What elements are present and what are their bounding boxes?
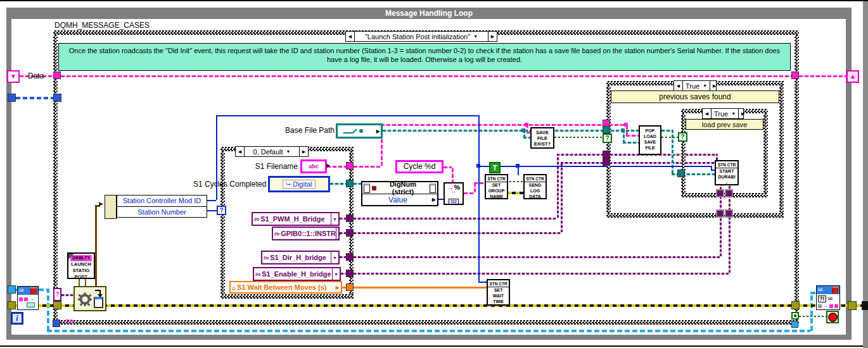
stop-terminal[interactable] <box>826 311 839 323</box>
wire-io-gpib <box>561 162 715 164</box>
wire-filename <box>354 166 381 168</box>
case-prev-icon[interactable]: ◀ <box>703 109 711 118</box>
load-case-border <box>763 113 768 193</box>
io-icon: I/o <box>254 272 262 277</box>
subvi-send-log-data[interactable]: STN CTR SEND LOG DATA <box>523 174 547 199</box>
wire-data <box>61 75 791 77</box>
ref-label[interactable]: Digital <box>293 180 312 188</box>
wire-bool <box>661 137 678 138</box>
window-edge-top <box>0 0 868 1</box>
loop-title: Message Handling Loop <box>385 9 473 18</box>
subvi-set-wait-time[interactable]: STN CTR SET WAIT TIME <box>487 279 510 306</box>
wire-queue <box>810 292 813 331</box>
cube-icon <box>832 287 838 294</box>
wire-station-number <box>207 210 217 211</box>
wire-io-pwm <box>354 218 557 220</box>
tunnel-io <box>603 158 610 166</box>
io-constant-dir[interactable]: I/o S1_Dir_H_bridge ▼ <box>261 251 340 264</box>
tunnel-queue <box>8 285 16 294</box>
case-border-bottom <box>53 320 799 325</box>
unbundle-field[interactable]: Station Controller Mod ID <box>117 195 207 207</box>
msg-icon <box>24 297 28 301</box>
io-constant-pwm[interactable]: I/o S1_PWM_H_Bridge ▼ <box>252 212 340 226</box>
format-into-string-node[interactable]: →% ! ! I32 <box>444 182 464 205</box>
io-constant-enable[interactable]: I/o S1_Enable_H_bridge ▼ <box>253 267 341 281</box>
io-label[interactable]: S1_PWM_H_Bridge <box>260 215 324 223</box>
ref-corner-icon <box>430 183 436 193</box>
inner-case-selector[interactable]: ◀ 0, Default▼ ▶ <box>235 146 309 157</box>
chevron-down-icon[interactable]: ▼ <box>331 213 338 225</box>
chevron-down-icon[interactable]: ▼ <box>703 84 707 88</box>
wire-wait-time <box>354 287 487 289</box>
data-wire-label: Data <box>28 71 44 80</box>
case-next-icon[interactable]: ▶ <box>300 147 308 156</box>
wire-junction <box>624 123 628 127</box>
local-variable-label[interactable]: S1 Wait Between Moves (s) <box>237 283 326 291</box>
tunnel-io-pair <box>725 209 733 218</box>
io-icon: I/o <box>253 217 260 221</box>
case-next-icon[interactable]: ▶ <box>488 32 497 41</box>
wire-value <box>438 199 444 200</box>
io-constant-gpib[interactable]: I/o GPIB0::1::INSTR ▼ <box>272 227 340 240</box>
window-edge-bottom <box>0 345 863 347</box>
case-selector-label[interactable]: "Launch Station Post initialization" <box>365 33 470 40</box>
subvi-gear-handler[interactable] <box>73 286 106 311</box>
chevron-down-icon[interactable]: ▼ <box>331 252 338 263</box>
inner-case-selector-label[interactable]: 0, Default <box>253 148 283 156</box>
subvi-launch-station-post[interactable]: DRBLTY LAUNCH STATIO POST <box>67 252 95 279</box>
tunnel-io <box>603 151 610 158</box>
wire-junction <box>525 123 528 127</box>
chevron-down-icon[interactable]: ▼ <box>286 149 291 154</box>
save-case-border <box>606 213 784 218</box>
true-constant[interactable]: T <box>489 162 501 173</box>
property-node[interactable]: DigNum (strict) Value ▶ <box>361 181 438 206</box>
dequeue-message-node[interactable]: ✉ → <box>17 286 39 310</box>
cycles-ref-control[interactable]: ↪Digital <box>268 176 330 192</box>
load-case-selector[interactable]: ◀ True▼ ▶ <box>702 108 744 119</box>
chevron-down-icon[interactable]: ▼ <box>336 228 343 239</box>
save-case-selector[interactable]: ◀ True▼ ▶ <box>673 80 717 91</box>
cycle-format-constant[interactable]: Cycle %d <box>395 160 444 173</box>
subvi-start-durability[interactable]: STN CTR START DURABI - <box>715 160 739 185</box>
case-prev-icon[interactable]: ◀ <box>346 32 354 41</box>
wire-path <box>623 142 639 144</box>
save-case-selector-label[interactable]: True <box>686 82 699 90</box>
load-case-selector-label[interactable]: True <box>714 110 728 118</box>
wire-format <box>452 166 454 183</box>
local-variable-wait[interactable]: ⌂ S1 Wait Between Moves (s) ▶ <box>229 281 342 294</box>
envelope-icon: ✉ <box>19 288 24 294</box>
case-selector[interactable]: ◀ "Launch Station Post initialization"▼ … <box>345 31 497 42</box>
chevron-down-icon[interactable]: ▼ <box>731 111 736 116</box>
tunnel-io <box>346 229 354 237</box>
case-prev-icon[interactable]: ◀ <box>236 147 244 156</box>
tunnel-path <box>603 126 610 134</box>
subvi-save-file-exist[interactable]: SAVE FILE EXIST? <box>530 127 554 149</box>
case-prev-icon[interactable]: ◀ <box>674 81 682 90</box>
wire-filename <box>381 124 626 126</box>
tunnel-data <box>53 71 61 79</box>
tunnel-ref <box>346 180 354 187</box>
wire-queue <box>810 292 816 294</box>
wire-io-gpib <box>561 162 563 232</box>
property-node-class[interactable]: DigNum (strict) <box>378 180 428 196</box>
filename-string-control[interactable]: abc <box>300 159 327 173</box>
base-file-path-control[interactable]: ▶ <box>336 123 383 139</box>
case-next-icon[interactable]: ▶ <box>739 109 747 118</box>
unbundle-node[interactable]: Station Controller Mod ID Station Number <box>105 195 207 218</box>
chevron-down-icon[interactable]: ▼ <box>332 268 340 280</box>
unbundle-field[interactable]: Station Number <box>117 207 207 218</box>
dogear-icon <box>68 254 74 259</box>
io-label[interactable]: S1_Dir_H_bridge <box>270 254 326 261</box>
warn-icon: ! ! <box>445 191 463 194</box>
check-module-error-node[interactable]: ✉ ?! ✉ → <box>816 285 840 310</box>
subvi-set-group-name[interactable]: STN CTR SET GROUP NAME <box>485 174 508 199</box>
subvi-pop-load-save-file[interactable]: POP LOAD SAVE FILE <box>639 125 661 155</box>
case-next-icon[interactable]: ▶ <box>710 81 718 90</box>
chevron-down-icon[interactable]: ▼ <box>473 34 478 39</box>
io-label[interactable]: S1_Enable_H_bridge <box>262 270 331 278</box>
property-name[interactable]: Value <box>364 196 432 204</box>
io-icon: I/o <box>273 232 281 236</box>
tunnel-wait <box>346 283 354 291</box>
io-label[interactable]: GPIB0::1::INSTR <box>281 230 336 237</box>
wire-io-stub <box>340 218 346 220</box>
